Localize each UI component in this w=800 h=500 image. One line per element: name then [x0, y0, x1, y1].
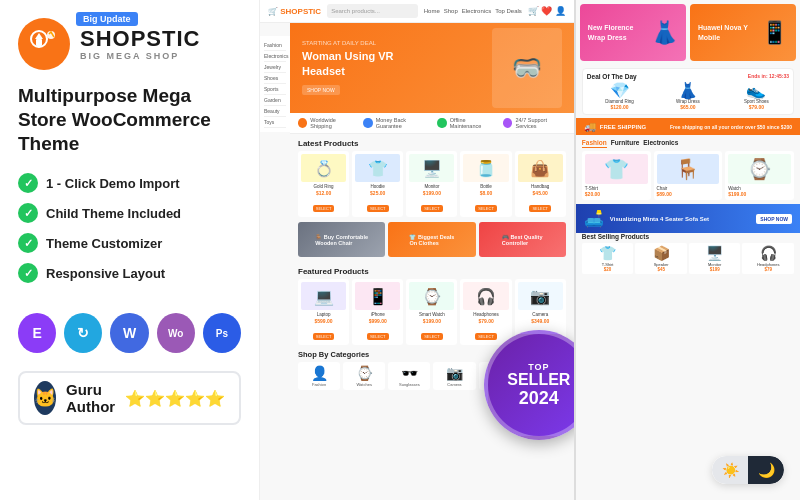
cat-name-fashion: Fashion [301, 382, 337, 387]
section-title-featured: Featured Products [290, 262, 574, 279]
tab-electronics[interactable]: Electronics [643, 139, 678, 148]
featured-price-3: $199.00 [409, 318, 454, 324]
main-preview: 🛒 SHOPSTIC Search products... Home Shop … [260, 0, 576, 500]
deal-product-2[interactable]: 👗 Wrap Dress $65.00 [655, 83, 720, 110]
deal-img-1: 💎 [587, 83, 652, 99]
secondary-store: New FlorenceWrap Dress 👗 Huawei Nova YMo… [576, 0, 800, 500]
banner-text-3: 🎮 Best QualityController [502, 234, 543, 246]
light-mode-btn[interactable]: ☀️ [712, 456, 748, 484]
hero-shop-btn[interactable]: SHOP NOW [302, 85, 340, 95]
deal-price-1: $120.00 [587, 104, 652, 110]
featured-btn-3[interactable]: SELECT [421, 333, 443, 340]
feature-label-4: Responsive Layout [46, 266, 165, 281]
sidebar-jewelry: Jewelry [264, 62, 286, 73]
tab-furniture[interactable]: Furniture [611, 139, 640, 148]
featured-2[interactable]: 📱 iPhone $999.00 SELECT [352, 279, 403, 345]
product-name-5: Handbag [518, 184, 563, 189]
product-3[interactable]: 🖥️ Monitor $199.00 SELECT [406, 151, 457, 217]
cat-sunglasses[interactable]: 🕶️Sunglasses [388, 362, 430, 390]
sec-img-2: 🪑 [657, 154, 720, 184]
mock-sidebar: Fashion Electronics Jewelry Shoes Sports… [260, 36, 290, 132]
bs-img-3: 🖥️ [691, 245, 739, 262]
featured-price-1: $599.00 [301, 318, 346, 324]
hero-card-phone-text: Huawei Nova YMobile [698, 23, 748, 41]
woocommerce-icon: Wo [157, 313, 195, 353]
mock-search-bar[interactable]: Search products... [327, 4, 418, 18]
sec-product-2[interactable]: 🪑 Chair $89.00 [654, 151, 723, 200]
sidebar-fashion: Fashion [264, 40, 286, 51]
cat-watches[interactable]: ⌚Watches [343, 362, 385, 390]
featured-4[interactable]: 🎧 Headphones $79.00 SELECT [460, 279, 511, 345]
sec-price-1: $20.00 [585, 191, 648, 197]
featured-btn-1[interactable]: SELECT [313, 333, 335, 340]
hero-label: STARTING AT DAILY DEAL [302, 40, 393, 46]
select-btn-2[interactable]: SELECT [367, 205, 389, 212]
cat-camera[interactable]: 📷Camera [433, 362, 475, 390]
sec-product-3[interactable]: ⌚ Watch $199.00 [725, 151, 794, 200]
product-img-1: 💍 [301, 154, 346, 182]
product-4[interactable]: 🫙 Bottle $8.00 SELECT [460, 151, 511, 217]
bs-price-2: $45 [637, 267, 685, 272]
cat-name-sunglasses: Sunglasses [391, 382, 427, 387]
product-1[interactable]: 💍 Gold Ring $12.00 SELECT [298, 151, 349, 217]
product-2[interactable]: 👕 Hoodie $25.00 SELECT [352, 151, 403, 217]
deal-product-3[interactable]: 👟 Sport Shoes $79.00 [724, 83, 789, 110]
featured-btn-4[interactable]: SELECT [475, 333, 497, 340]
deal-img-2: 👗 [655, 83, 720, 99]
sidebar-shoes: Shoes [264, 73, 286, 84]
secondary-preview: New FlorenceWrap Dress 👗 Huawei Nova YMo… [576, 0, 800, 500]
featured-img-1: 💻 [301, 282, 346, 310]
best-selling-grid: 👕 T-Shirt $20 📦 Speaker $45 🖥️ Monitor $… [582, 243, 794, 274]
bs-product-1[interactable]: 👕 T-Shirt $20 [582, 243, 634, 274]
nav-shop: Shop [444, 8, 458, 14]
select-btn-3[interactable]: SELECT [421, 205, 443, 212]
feature-item: Responsive Layout [18, 263, 241, 283]
sec-price-3: $199.00 [728, 191, 791, 197]
sec-img-1: 👕 [585, 154, 648, 184]
dark-mode-toggle[interactable]: ☀️ 🌙 [712, 456, 784, 484]
cat-img-fashion: 👤 [301, 365, 337, 382]
logo-name: SHOPSTIC [80, 27, 200, 51]
deal-header: Deal Of The Day Ends in: 12:45:33 [587, 73, 789, 80]
product-price-2: $25.00 [355, 190, 400, 196]
dark-mode-btn[interactable]: 🌙 [748, 456, 784, 484]
product-img-3: 🖥️ [409, 154, 454, 182]
sofa-shop-btn[interactable]: SHOP NOW [756, 214, 792, 224]
cat-name-camera: Camera [436, 382, 472, 387]
bs-product-4[interactable]: 🎧 Headphones $79 [742, 243, 794, 274]
check-icon-3 [18, 233, 38, 253]
featured-1[interactable]: 💻 Laptop $599.00 SELECT [298, 279, 349, 345]
featured-img-5: 📷 [518, 282, 563, 310]
top-seller-seller: SELLER [507, 372, 570, 388]
product-price-3: $199.00 [409, 190, 454, 196]
featured-name-5: Camera [518, 312, 563, 317]
banner-controller: 🎮 Best QualityController [479, 222, 566, 257]
cat-fashion[interactable]: 👤Fashion [298, 362, 340, 390]
bs-product-3[interactable]: 🖥️ Monitor $199 [689, 243, 741, 274]
logo-subtitle: BIG MEGA SHOP [80, 51, 200, 61]
featured-3[interactable]: ⌚ Smart Watch $199.00 SELECT [406, 279, 457, 345]
free-shipping-banner: 🚚 FREE SHIPPING Free shipping on all you… [576, 118, 800, 135]
bs-product-2[interactable]: 📦 Speaker $45 [635, 243, 687, 274]
select-btn-5[interactable]: SELECT [529, 205, 551, 212]
sec-img-3: ⌚ [728, 154, 791, 184]
deal-product-1[interactable]: 💎 Diamond Ring $120.00 [587, 83, 652, 110]
deal-products-list: 💎 Diamond Ring $120.00 👗 Wrap Dress $65.… [587, 83, 789, 110]
featured-btn-2[interactable]: SELECT [367, 333, 389, 340]
section-tabs: Fashion Furniture Electronics [582, 139, 794, 148]
featured-name-1: Laptop [301, 312, 346, 317]
bs-price-3: $199 [691, 267, 739, 272]
select-btn-4[interactable]: SELECT [475, 205, 497, 212]
feature-label-1: 1 - Click Demo Import [46, 176, 180, 191]
product-name-2: Hoodie [355, 184, 400, 189]
guru-label: Guru Author [66, 381, 115, 415]
cart-icon[interactable]: 🛒 ❤️ 👤 [528, 6, 566, 16]
product-5[interactable]: 👜 Handbag $45.00 SELECT [515, 151, 566, 217]
category-sections: Fashion Furniture Electronics 👕 T-Shirt … [576, 135, 800, 204]
tab-fashion[interactable]: Fashion [582, 139, 607, 148]
select-btn-1[interactable]: SELECT [313, 205, 335, 212]
featured-price-2: $999.00 [355, 318, 400, 324]
product-img-4: 🫙 [463, 154, 508, 182]
mock-logo: 🛒 SHOPSTIC [268, 7, 321, 16]
sec-product-1[interactable]: 👕 T-Shirt $20.00 [582, 151, 651, 200]
